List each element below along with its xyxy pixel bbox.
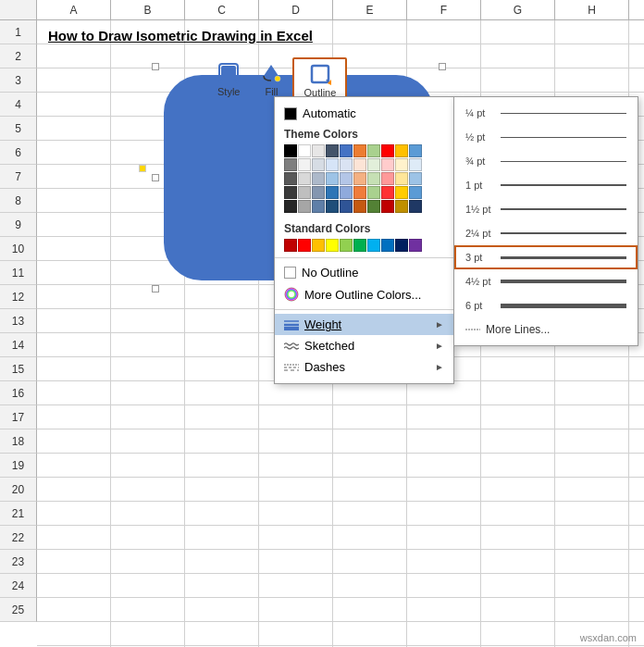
theme-color-swatch[interactable] <box>353 172 366 185</box>
weight-option-6[interactable]: 3 pt <box>454 245 638 269</box>
handle-tl[interactable] <box>152 63 159 70</box>
row-header-17: 17 <box>0 405 37 429</box>
theme-color-swatch[interactable] <box>298 172 311 185</box>
theme-color-swatch[interactable] <box>340 200 353 213</box>
dashes-item[interactable]: Dashes ► <box>275 356 453 378</box>
weight-option-2[interactable]: ¾ pt <box>454 149 638 173</box>
theme-color-swatch[interactable] <box>353 186 366 199</box>
theme-color-swatch[interactable] <box>312 172 325 185</box>
theme-color-swatch[interactable] <box>395 144 408 157</box>
dashes-arrow: ► <box>435 362 444 372</box>
weight-option-5[interactable]: 2¼ pt <box>454 221 638 245</box>
automatic-color-item[interactable]: Automatic <box>275 103 453 124</box>
theme-color-swatch[interactable] <box>353 144 366 157</box>
style-button[interactable]: Style <box>207 57 250 104</box>
handle-yellow[interactable] <box>139 165 146 172</box>
row-header-13: 13 <box>0 309 37 333</box>
theme-color-swatch[interactable] <box>381 172 394 185</box>
weight-item[interactable]: Weight ► <box>275 314 453 335</box>
style-label: Style <box>217 86 240 97</box>
theme-color-swatch[interactable] <box>298 200 311 213</box>
col-header-f: F <box>407 0 481 19</box>
row-header-14: 14 <box>0 333 37 357</box>
more-lines-icon <box>465 323 480 336</box>
theme-color-swatch[interactable] <box>298 186 311 199</box>
standard-color-swatch[interactable] <box>353 239 366 252</box>
theme-color-swatch[interactable] <box>298 158 311 171</box>
theme-color-swatch[interactable] <box>395 200 408 213</box>
theme-color-swatch[interactable] <box>367 200 380 213</box>
theme-color-swatch[interactable] <box>409 158 422 171</box>
standard-color-swatch[interactable] <box>326 239 339 252</box>
handle-ml[interactable] <box>152 174 159 181</box>
theme-color-swatch[interactable] <box>367 158 380 171</box>
theme-color-swatch[interactable] <box>340 144 353 157</box>
standard-color-swatch[interactable] <box>340 239 353 252</box>
weight-option-3[interactable]: 1 pt <box>454 173 638 197</box>
theme-color-swatch[interactable] <box>326 144 339 157</box>
theme-color-swatch[interactable] <box>340 186 353 199</box>
theme-color-swatch[interactable] <box>312 158 325 171</box>
row-header-8: 8 <box>0 189 37 213</box>
theme-color-swatch[interactable] <box>312 186 325 199</box>
theme-color-swatch[interactable] <box>395 172 408 185</box>
theme-color-swatch[interactable] <box>326 172 339 185</box>
theme-color-swatch[interactable] <box>395 186 408 199</box>
weight-line-container <box>501 113 626 114</box>
row-header-6: 6 <box>0 141 37 165</box>
theme-color-swatch[interactable] <box>326 186 339 199</box>
theme-color-swatch[interactable] <box>367 172 380 185</box>
weight-option-0[interactable]: ¼ pt <box>454 101 638 125</box>
theme-color-swatch[interactable] <box>284 186 297 199</box>
standard-color-swatch[interactable] <box>298 239 311 252</box>
standard-color-swatch[interactable] <box>395 239 408 252</box>
theme-color-swatch[interactable] <box>284 200 297 213</box>
theme-color-swatch[interactable] <box>284 144 297 157</box>
theme-color-swatch[interactable] <box>381 186 394 199</box>
weight-option-1[interactable]: ½ pt <box>454 125 638 149</box>
standard-color-swatch[interactable] <box>367 239 380 252</box>
weight-option-7[interactable]: 4½ pt <box>454 269 638 293</box>
row-header-21: 21 <box>0 502 37 526</box>
theme-color-swatch[interactable] <box>381 200 394 213</box>
handle-tr[interactable] <box>439 63 446 70</box>
row-header-7: 7 <box>0 165 37 189</box>
theme-color-swatch[interactable] <box>395 158 408 171</box>
standard-color-swatch[interactable] <box>284 239 297 252</box>
sketched-item[interactable]: Sketched ► <box>275 335 453 356</box>
more-colors-item[interactable]: More Outline Colors... <box>275 283 453 305</box>
theme-color-swatch[interactable] <box>367 144 380 157</box>
theme-color-swatch[interactable] <box>284 158 297 171</box>
theme-color-swatch[interactable] <box>312 144 325 157</box>
theme-color-swatch[interactable] <box>409 186 422 199</box>
theme-color-swatch[interactable] <box>312 200 325 213</box>
weight-option-8[interactable]: 6 pt <box>454 293 638 317</box>
theme-color-swatch[interactable] <box>381 144 394 157</box>
theme-color-swatch[interactable] <box>326 200 339 213</box>
theme-color-swatch[interactable] <box>381 158 394 171</box>
theme-color-swatch[interactable] <box>409 172 422 185</box>
weight-option-4[interactable]: 1½ pt <box>454 197 638 221</box>
theme-color-swatch[interactable] <box>284 172 297 185</box>
weight-option-label: ¼ pt <box>465 107 501 118</box>
no-outline-label: No Outline <box>302 266 358 280</box>
page-title: How to Draw Isometric Drawing in Excel <box>48 28 313 44</box>
theme-color-swatch[interactable] <box>353 158 366 171</box>
handle-bl[interactable] <box>152 285 159 292</box>
row-header-5: 5 <box>0 117 37 141</box>
sketched-label: Sketched <box>304 339 354 353</box>
no-outline-item[interactable]: No Outline <box>275 262 453 283</box>
theme-color-swatch[interactable] <box>409 144 422 157</box>
theme-color-swatch[interactable] <box>409 200 422 213</box>
standard-color-swatch[interactable] <box>409 239 422 252</box>
standard-color-swatch[interactable] <box>312 239 325 252</box>
theme-color-swatch[interactable] <box>298 144 311 157</box>
weight-label: Weight <box>304 317 341 331</box>
theme-color-swatch[interactable] <box>367 186 380 199</box>
theme-color-swatch[interactable] <box>353 200 366 213</box>
standard-color-swatch[interactable] <box>381 239 394 252</box>
theme-color-swatch[interactable] <box>340 158 353 171</box>
more-lines-item[interactable]: More Lines... <box>454 317 638 342</box>
theme-color-swatch[interactable] <box>340 172 353 185</box>
theme-color-swatch[interactable] <box>326 158 339 171</box>
